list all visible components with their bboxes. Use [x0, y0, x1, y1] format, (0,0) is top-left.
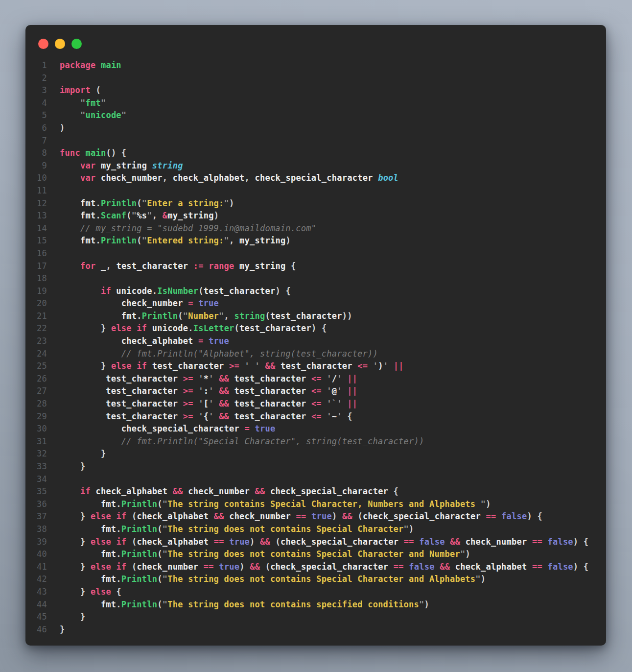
code-token: ): [250, 537, 255, 547]
code-token: }: [101, 449, 106, 458]
code-token: check_alphabet: [137, 511, 213, 521]
code-token: (: [126, 211, 132, 220]
code-token: >=: [183, 374, 193, 384]
code-token: ': [337, 411, 342, 421]
code-token: <=: [311, 374, 322, 384]
line-number: 3: [25, 84, 47, 97]
code-text: test_character >= '*' && test_character …: [60, 373, 357, 385]
code-token: [578, 537, 584, 547]
code-token: ): [239, 562, 245, 572]
code-text: [60, 247, 65, 260]
line-number: 36: [25, 498, 47, 511]
code-token: [60, 286, 101, 296]
code-line: 37 } else if (check_alphabet && check_nu…: [25, 510, 606, 523]
code-token: ||: [347, 386, 357, 396]
zoom-button[interactable]: [71, 39, 82, 49]
code-token: ,: [106, 261, 111, 271]
code-token: ": [80, 98, 86, 108]
code-token: check_number: [60, 298, 188, 308]
line-number: 20: [25, 297, 47, 310]
code-text: [60, 72, 65, 85]
code-token: The string does not contains Special Cha…: [167, 574, 475, 584]
code-line: 33 }: [25, 460, 606, 473]
close-button[interactable]: [38, 39, 48, 49]
code-token: IsNumber: [157, 286, 198, 296]
code-line: 18: [25, 272, 606, 285]
code-token: .: [95, 211, 101, 220]
code-token: .: [188, 323, 193, 333]
code-token: ": [163, 600, 168, 609]
minimize-button[interactable]: [55, 39, 65, 49]
code-token: Println: [121, 524, 157, 534]
code-token: {: [291, 261, 296, 271]
code-token: &&: [219, 399, 229, 408]
code-token: ,: [152, 211, 163, 220]
code-token: (: [178, 311, 183, 321]
code-text: } else if (check_alphabet && check_numbe…: [60, 510, 542, 523]
code-line: 23 check_alphabet = true: [25, 335, 606, 348]
code-token: else: [91, 537, 111, 547]
code-line: 36 fmt.Println("The string contains Spec…: [25, 498, 606, 511]
code-token: (: [157, 600, 163, 609]
code-token: import: [60, 85, 91, 95]
code-token: _: [95, 261, 106, 271]
code-token: <=: [311, 399, 322, 408]
code-token: Entered string:: [147, 236, 224, 245]
line-number: 18: [25, 272, 47, 285]
code-line: 28 test_character >= '[' && test_charact…: [25, 398, 606, 410]
code-line: 15 fmt.Println("Entered string:", my_str…: [25, 235, 606, 247]
code-token: [224, 537, 230, 547]
code-line: 19 if unicode.IsNumber(test_character) {: [25, 285, 606, 298]
code-line: 14 // my_string = "sudebd 1999.in@maildo…: [25, 222, 606, 235]
code-token: [60, 612, 80, 622]
code-token: [260, 361, 265, 371]
code-token: [85, 537, 91, 547]
code-token: [255, 537, 260, 547]
code-token: (: [157, 574, 163, 584]
code-text: package main: [60, 59, 121, 72]
code-token: ): [214, 211, 219, 220]
code-token: [60, 562, 80, 572]
code-text: [60, 185, 65, 197]
code-token: ||: [347, 399, 357, 408]
line-number: 26: [25, 373, 47, 385]
line-number: 15: [25, 235, 47, 247]
code-token: func: [60, 148, 80, 158]
code-token: [342, 399, 348, 408]
code-token: [60, 261, 80, 271]
code-token: ": [142, 198, 147, 208]
code-token: &&: [250, 562, 260, 572]
code-token: }: [80, 461, 86, 471]
code-token: else: [111, 361, 132, 371]
code-token: ': [209, 399, 214, 408]
line-number: 19: [25, 285, 47, 298]
code-line: 9 var my_string string: [25, 160, 606, 172]
code-token: if: [116, 537, 126, 547]
code-token: true: [311, 511, 332, 521]
code-token: [496, 511, 502, 521]
code-token: [95, 60, 101, 70]
code-token: .: [116, 600, 121, 609]
code-token: test_character: [229, 411, 311, 421]
code-token: ': [198, 386, 204, 396]
code-token: [342, 411, 348, 421]
code-token: ": [132, 211, 137, 220]
code-token: IsLetter: [193, 323, 234, 333]
code-token: ": [224, 236, 230, 245]
code-text: check_number = true: [60, 297, 219, 310]
code-line: 10 var check_number, check_alphabet, che…: [25, 172, 606, 185]
code-token: (: [132, 511, 137, 521]
code-text: fmt.Println("Enter a string:"): [60, 197, 234, 210]
code-token: ||: [394, 361, 404, 371]
code-token: }: [101, 361, 106, 371]
code-token: {: [285, 286, 291, 296]
code-token: ,: [245, 173, 250, 183]
code-token: [578, 562, 584, 572]
code-token: test_character: [60, 386, 183, 396]
code-text: if unicode.IsNumber(test_character) {: [60, 285, 291, 298]
code-token: ': [327, 374, 332, 384]
code-token: Println: [121, 549, 157, 559]
code-token: ": [419, 600, 424, 609]
code-token: (: [276, 537, 281, 547]
code-line: 46}: [25, 624, 606, 636]
